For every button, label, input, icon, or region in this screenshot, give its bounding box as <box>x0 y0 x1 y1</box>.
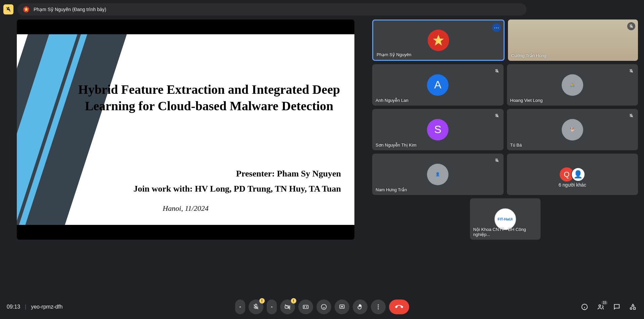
svg-point-9 <box>378 308 379 309</box>
presentation-view[interactable]: Hybrid Feature Extraction and Integrated… <box>17 19 354 240</box>
more-vert-icon <box>375 304 382 310</box>
meeting-code[interactable]: yeo-rpmz-dfh <box>31 304 62 310</box>
chevron-up-icon <box>238 305 243 309</box>
presenter-pill[interactable]: Phạm Sỹ Nguyên (Đang trình bày) <box>17 3 526 15</box>
leave-call-button[interactable] <box>389 300 409 314</box>
avatar: S <box>427 119 448 141</box>
camera-off-icon <box>284 304 291 310</box>
others-label: 6 người khác <box>507 182 638 188</box>
mic-off-icon <box>627 67 635 75</box>
info-button[interactable] <box>580 303 589 311</box>
participant-tile-others[interactable]: Q 👤 6 người khác <box>507 154 638 195</box>
participant-name: Sơn Nguyễn Thị Kim <box>376 143 417 148</box>
participant-tile[interactable]: A Anh Nguyễn Lan <box>372 64 504 106</box>
reactions-button[interactable] <box>316 300 331 314</box>
svg-line-3 <box>285 305 290 310</box>
svg-point-5 <box>321 305 326 310</box>
hand-icon <box>357 304 363 310</box>
activities-button[interactable] <box>629 303 637 311</box>
separator: | <box>25 304 26 310</box>
captions-icon <box>302 304 309 310</box>
emoji-icon <box>320 304 327 310</box>
participant-grid: ⋯ Phạm Sỹ Nguyên Cường Trần Hùng A Anh N… <box>372 19 638 240</box>
participant-name: Nam Hưng Trần <box>376 187 407 192</box>
video-expand-button[interactable] <box>267 300 277 314</box>
participant-tile[interactable]: ⋯ Phạm Sỹ Nguyên <box>372 19 505 61</box>
star-icon <box>23 6 30 13</box>
participant-name: Hoang Viet Long <box>510 98 543 103</box>
people-count: 15 <box>601 301 608 305</box>
star-icon <box>432 34 445 47</box>
warn-badge: ! <box>259 298 265 304</box>
participant-tile[interactable]: Cường Trần Hùng <box>508 19 638 61</box>
participant-tile[interactable]: 👤 Nam Hưng Trần <box>372 154 504 195</box>
svg-rect-4 <box>303 305 308 309</box>
present-icon <box>339 304 345 310</box>
slide: Hybrid Feature Extraction and Integrated… <box>17 34 354 225</box>
avatar: A <box>427 74 448 96</box>
mic-off-icon <box>493 112 501 120</box>
slide-date: Hanoi, 11/2024 <box>17 204 354 213</box>
slide-presenter: Presenter: Pham Sy Nguyen <box>236 169 341 179</box>
header-bar: Phạm Sỹ Nguyên (Đang trình bày) <box>3 3 526 15</box>
svg-point-11 <box>599 305 601 307</box>
participant-tile[interactable]: 🚴 Hoang Viet Long <box>507 64 638 106</box>
mic-off-icon <box>493 156 501 164</box>
pin-slash-icon <box>5 6 11 12</box>
avatar: FIT-HaUI <box>495 208 516 230</box>
captions-button[interactable] <box>298 300 313 314</box>
info-icon <box>581 303 588 311</box>
avatar-pair: Q 👤 <box>560 167 585 182</box>
people-button[interactable]: 15 <box>596 303 605 311</box>
avatar: 👤 <box>427 164 448 185</box>
participant-name: Phạm Sỹ Nguyên <box>377 52 411 57</box>
avatar <box>428 30 449 51</box>
avatar: 🚴 <box>562 74 583 96</box>
slide-title: Hybrid Feature Extraction and Integrated… <box>77 81 341 115</box>
microphone-button[interactable]: ! <box>249 300 263 314</box>
chat-icon <box>613 303 620 311</box>
participant-name: Cường Trần Hùng <box>511 53 547 58</box>
bottom-bar: 09:13 | yeo-rpmz-dfh ! ! <box>0 295 644 319</box>
participant-name: Anh Nguyễn Lan <box>376 98 409 103</box>
svg-point-7 <box>378 305 379 306</box>
participant-tile[interactable]: 🐕 Tú Bá <box>507 109 638 150</box>
avatar: 🐕 <box>562 119 583 141</box>
slide-authors: Join work with: HV Long, PD Trung, TN Hu… <box>133 184 341 194</box>
chat-button[interactable] <box>612 303 621 311</box>
call-controls: ! ! <box>235 300 409 314</box>
slide-decor <box>17 34 128 225</box>
raise-hand-button[interactable] <box>353 300 368 314</box>
more-options-button[interactable] <box>371 300 386 314</box>
more-icon[interactable]: ⋯ <box>492 23 501 32</box>
presenter-label: Phạm Sỹ Nguyên (Đang trình bày) <box>34 7 106 12</box>
svg-point-8 <box>378 306 379 307</box>
participant-tile[interactable]: FIT-HaUI Nội Khoa CNTT - ĐH Công nghiệp.… <box>470 198 541 240</box>
info-controls: 15 <box>580 303 637 311</box>
pin-button[interactable] <box>3 4 13 14</box>
microphone-off-icon <box>253 304 259 310</box>
present-button[interactable] <box>335 300 349 314</box>
phone-icon <box>395 303 403 311</box>
mic-off-icon <box>493 67 501 75</box>
audio-expand-button[interactable] <box>235 300 245 314</box>
clock-label: 09:13 <box>7 304 20 310</box>
participant-tile[interactable]: S Sơn Nguyễn Thị Kim <box>372 109 504 150</box>
camera-button[interactable]: ! <box>280 300 295 314</box>
mic-off-icon <box>627 112 635 120</box>
participant-name: Tú Bá <box>510 143 522 148</box>
shapes-icon <box>629 303 637 311</box>
participant-name: Nội Khoa CNTT - ĐH Công nghiệp... <box>473 227 541 237</box>
mic-off-icon <box>627 22 635 30</box>
chevron-up-icon <box>269 305 274 309</box>
warn-badge: ! <box>291 298 296 304</box>
meeting-info: 09:13 | yeo-rpmz-dfh <box>7 304 62 310</box>
